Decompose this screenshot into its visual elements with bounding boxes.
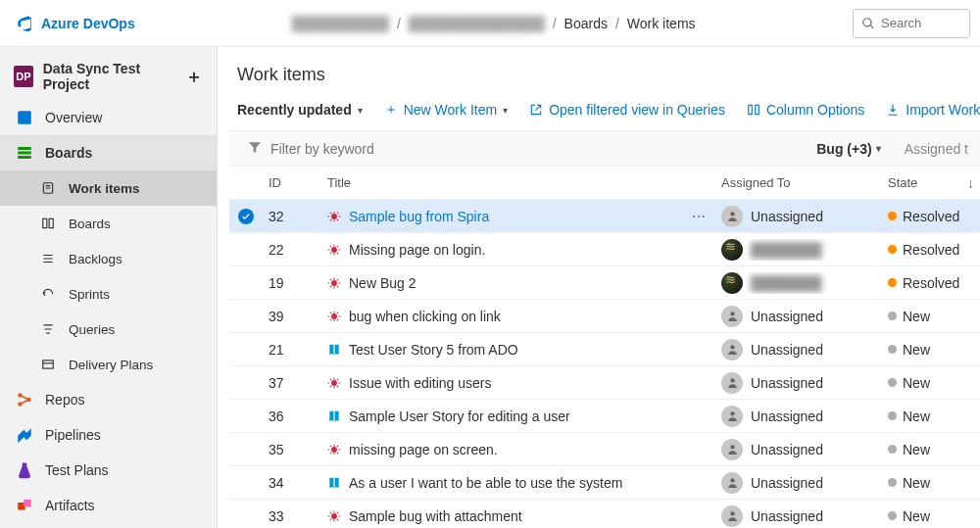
sidebar-item-pipelines[interactable]: Pipelines <box>0 417 217 453</box>
assignee[interactable]: Unassigned <box>715 472 882 494</box>
assignee[interactable]: ████████ <box>715 272 882 294</box>
sidebar-item-boards[interactable]: Boards <box>0 135 217 170</box>
work-item-title[interactable]: Test User Story 5 from ADO <box>349 342 518 358</box>
svg-rect-7 <box>43 360 54 368</box>
svg-rect-14 <box>756 105 760 114</box>
row-id: 33 <box>263 508 321 524</box>
filter-type-pill[interactable]: Bug (+3) ▾ <box>816 141 880 157</box>
sidebar-item-testplans[interactable]: Test Plans <box>0 453 217 488</box>
svg-point-22 <box>331 380 337 386</box>
brand-logo[interactable]: Azure DevOps <box>16 15 135 32</box>
delivery-icon <box>39 356 57 373</box>
filter-assigned[interactable]: Assigned t <box>905 141 968 157</box>
assignee[interactable]: Unassigned <box>715 339 882 360</box>
sidebar-subitem-backlogs[interactable]: Backlogs <box>0 241 217 276</box>
breadcrumb-project[interactable]: ██████████████ <box>409 16 545 31</box>
unassigned-avatar-icon <box>721 306 743 327</box>
search-input[interactable] <box>881 16 950 30</box>
state-dot-icon <box>888 345 897 354</box>
project-add-button[interactable]: ＋ <box>185 65 203 88</box>
new-work-item-button[interactable]: ＋ New Work Item ▾ <box>384 101 508 119</box>
svg-point-21 <box>730 345 734 349</box>
main-content: Work items Recently updated ▾ ＋ New Work… <box>218 47 980 528</box>
row-checkbox[interactable] <box>238 209 254 224</box>
table-row[interactable]: 19New Bug 2████████Resolved <box>229 266 980 300</box>
breadcrumb-org[interactable]: ██████████ <box>292 16 389 31</box>
breadcrumb-boards[interactable]: Boards <box>564 16 608 31</box>
column-options-button[interactable]: Column Options <box>747 102 864 118</box>
view-dropdown[interactable]: Recently updated ▾ <box>237 102 363 118</box>
work-item-title[interactable]: Sample bug from Spira <box>349 209 489 224</box>
sidebar-subitem-delivery[interactable]: Delivery Plans <box>0 347 217 382</box>
table-row[interactable]: 39bug when clicking on linkUnassignedNew <box>229 300 980 333</box>
unassigned-avatar-icon <box>721 472 743 494</box>
unassigned-avatar-icon <box>721 505 743 527</box>
state: New <box>882 309 980 324</box>
work-item-title[interactable]: As a user I want to be able to use the s… <box>349 475 622 491</box>
work-item-title[interactable]: Missing page on login. <box>349 242 485 258</box>
import-button[interactable]: Import Work Items <box>886 102 980 118</box>
assignee[interactable]: ████████ <box>715 239 882 261</box>
brand-label: Azure DevOps <box>41 16 135 31</box>
svg-point-18 <box>331 280 337 286</box>
state: New <box>882 508 980 524</box>
work-item-title[interactable]: Sample bug with attachment <box>349 508 522 524</box>
table-row[interactable]: 34As a user I want to be able to use the… <box>229 466 980 500</box>
assignee[interactable]: Unassigned <box>715 306 882 327</box>
repos-icon <box>16 391 33 408</box>
sidebar-item-repos[interactable]: Repos <box>0 382 217 417</box>
col-assigned[interactable]: Assigned To <box>715 175 882 190</box>
bug-icon <box>327 443 341 456</box>
table-row[interactable]: 21Test User Story 5 from ADOUnassignedNe… <box>229 333 980 366</box>
bug-icon <box>327 310 341 323</box>
backlogs-icon <box>39 250 57 267</box>
sidebar-subitem-workitems[interactable]: Work items <box>0 170 217 206</box>
open-in-queries-button[interactable]: Open filtered view in Queries <box>529 102 725 118</box>
work-item-title[interactable]: bug when clicking on link <box>349 309 501 324</box>
project-name: Data Sync Test Project <box>43 61 175 92</box>
table-row[interactable]: 22Missing page on login.████████Resolved <box>229 233 980 266</box>
work-items-table: ID Title Assigned To State ↓ 32Sample bu… <box>229 167 980 528</box>
sidebar-subitem-queries[interactable]: Queries <box>0 312 217 347</box>
assignee[interactable]: Unassigned <box>715 439 882 460</box>
work-item-title[interactable]: Sample User Story for editing a user <box>349 408 570 424</box>
state: Resolved <box>882 242 980 258</box>
topbar: Azure DevOps ██████████ / ██████████████… <box>0 0 980 47</box>
row-actions[interactable]: ⋯ <box>692 209 706 224</box>
sidebar-item-overview[interactable]: Overview <box>0 100 217 135</box>
state: Resolved <box>882 275 980 291</box>
svg-point-20 <box>730 312 734 315</box>
table-row[interactable]: 35missing page on screen.UnassignedNew <box>229 433 980 466</box>
table-row[interactable]: 33Sample bug with attachmentUnassignedNe… <box>229 500 980 528</box>
work-item-title[interactable]: Issue with editing users <box>349 375 492 391</box>
open-icon <box>529 103 543 117</box>
svg-rect-2 <box>18 152 31 155</box>
assignee[interactable]: Unassigned <box>715 372 882 394</box>
filter-input[interactable] <box>270 141 466 157</box>
col-title[interactable]: Title <box>321 175 686 190</box>
col-state[interactable]: State ↓ <box>882 175 980 191</box>
svg-point-24 <box>730 411 734 415</box>
global-search[interactable] <box>853 9 970 38</box>
assignee[interactable]: Unassigned <box>715 505 882 527</box>
col-id[interactable]: ID <box>263 175 321 190</box>
table-row[interactable]: 37Issue with editing usersUnassignedNew <box>229 366 980 400</box>
sidebar-subitem-sprints[interactable]: Sprints <box>0 276 217 312</box>
work-item-title[interactable]: New Bug 2 <box>349 275 416 291</box>
breadcrumb-workitems[interactable]: Work items <box>627 16 696 31</box>
sidebar-item-artifacts[interactable]: Artifacts <box>0 488 217 523</box>
sort-icon[interactable]: ↓ <box>967 175 974 191</box>
table-row[interactable]: 36Sample User Story for editing a userUn… <box>229 400 980 433</box>
assignee[interactable]: Unassigned <box>715 406 882 427</box>
project-header[interactable]: DP Data Sync Test Project ＋ <box>0 53 217 100</box>
work-item-title[interactable]: missing page on screen. <box>349 442 498 457</box>
overview-icon <box>16 109 33 126</box>
assignee[interactable]: Unassigned <box>715 206 882 227</box>
sidebar-subitem-boards[interactable]: Boards <box>0 206 217 241</box>
state-dot-icon <box>888 245 897 254</box>
svg-rect-3 <box>18 156 31 159</box>
chevron-down-icon: ▾ <box>503 105 508 116</box>
boards-icon <box>16 144 33 162</box>
table-row[interactable]: 32Sample bug from Spira⋯UnassignedResolv… <box>229 200 980 233</box>
filter-icon <box>247 139 263 158</box>
